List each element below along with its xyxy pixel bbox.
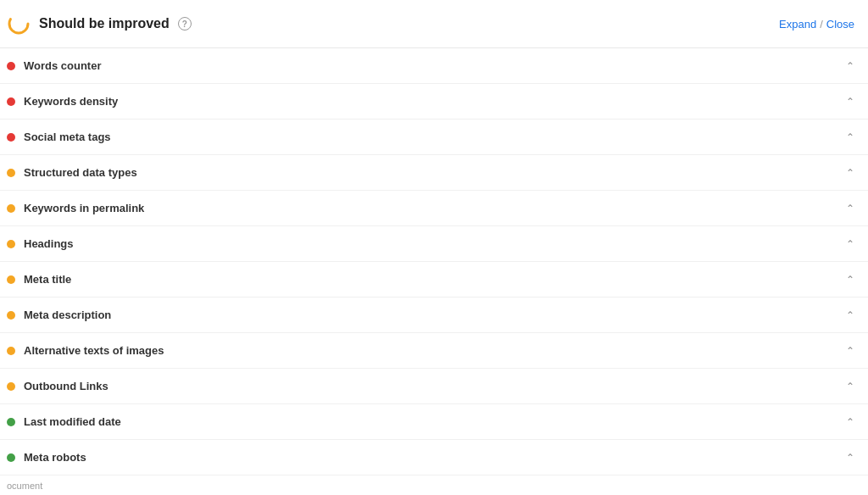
chevron-up-icon: ⌃: [846, 345, 854, 357]
item-label: Alternative texts of images: [24, 344, 164, 357]
status-dot: [7, 453, 15, 462]
item-label: Headings: [24, 237, 74, 250]
chevron-up-icon: ⌃: [846, 60, 854, 72]
list-item[interactable]: Structured data types⌃: [0, 155, 868, 191]
item-left: Social meta tags: [7, 131, 111, 143]
status-dot: [7, 418, 15, 426]
item-left: Structured data types: [7, 166, 137, 179]
chevron-up-icon: ⌃: [846, 238, 854, 250]
list-item[interactable]: Meta title⌃: [0, 262, 868, 298]
item-left: Outbound Links: [7, 380, 108, 392]
chevron-up-icon: ⌃: [846, 96, 854, 108]
item-left: Meta robots: [7, 451, 86, 464]
list-item[interactable]: Headings⌃: [0, 226, 868, 262]
status-dot: [7, 62, 15, 70]
chevron-up-icon: ⌃: [846, 203, 854, 214]
item-label: Social meta tags: [24, 131, 111, 143]
status-dot: [7, 169, 15, 177]
item-left: Last modified date: [7, 415, 121, 428]
item-label: Meta title: [24, 273, 71, 286]
svg-point-0: [9, 14, 28, 33]
chevron-up-icon: ⌃: [846, 309, 854, 321]
status-dot: [7, 311, 15, 320]
item-label: Keywords in permalink: [24, 202, 144, 214]
status-dot: [7, 97, 15, 106]
chevron-up-icon: ⌃: [846, 416, 854, 428]
status-dot: [7, 382, 15, 391]
spinner-icon: [7, 12, 31, 36]
list-item[interactable]: Keywords in permalink⌃: [0, 191, 868, 226]
item-left: Keywords density: [7, 95, 118, 108]
expand-link[interactable]: Expand: [779, 18, 816, 31]
status-dot: [7, 275, 15, 284]
chevron-up-icon: ⌃: [846, 131, 854, 143]
item-left: Headings: [7, 237, 74, 250]
list-item[interactable]: Alternative texts of images⌃: [0, 333, 868, 369]
chevron-up-icon: ⌃: [846, 452, 854, 464]
item-label: Outbound Links: [24, 380, 108, 392]
list-item[interactable]: Meta robots⌃: [0, 440, 868, 476]
chevron-up-icon: ⌃: [846, 381, 854, 392]
help-icon[interactable]: ?: [178, 17, 192, 31]
item-left: Words counter: [7, 59, 102, 72]
list-item[interactable]: Last modified date⌃: [0, 404, 868, 440]
list-item[interactable]: Keywords density⌃: [0, 84, 868, 120]
item-left: Keywords in permalink: [7, 202, 144, 214]
item-label: Last modified date: [24, 415, 121, 428]
footer-text: ocument: [0, 476, 868, 495]
header-actions: Expand / Close: [779, 18, 854, 31]
list-item[interactable]: Social meta tags⌃: [0, 120, 868, 155]
status-dot: [7, 204, 15, 213]
items-list: Words counter⌃Keywords density⌃Social me…: [0, 48, 868, 476]
header-left: Should be improved ?: [7, 12, 192, 36]
close-link[interactable]: Close: [826, 18, 854, 31]
list-item[interactable]: Meta description⌃: [0, 298, 868, 333]
item-left: Meta description: [7, 309, 111, 321]
list-item[interactable]: Outbound Links⌃: [0, 369, 868, 404]
item-left: Alternative texts of images: [7, 344, 164, 357]
item-label: Structured data types: [24, 166, 137, 179]
item-label: Words counter: [24, 59, 102, 72]
item-label: Keywords density: [24, 95, 118, 108]
status-dot: [7, 133, 15, 142]
chevron-up-icon: ⌃: [846, 274, 854, 286]
item-label: Meta description: [24, 309, 111, 321]
divider: /: [820, 18, 823, 31]
section-title: Should be improved: [39, 16, 170, 31]
chevron-up-icon: ⌃: [846, 167, 854, 179]
list-item[interactable]: Words counter⌃: [0, 48, 868, 84]
status-dot: [7, 347, 15, 355]
section-header: Should be improved ? Expand / Close: [0, 0, 868, 48]
item-label: Meta robots: [24, 451, 86, 464]
item-left: Meta title: [7, 273, 71, 286]
status-dot: [7, 240, 15, 248]
